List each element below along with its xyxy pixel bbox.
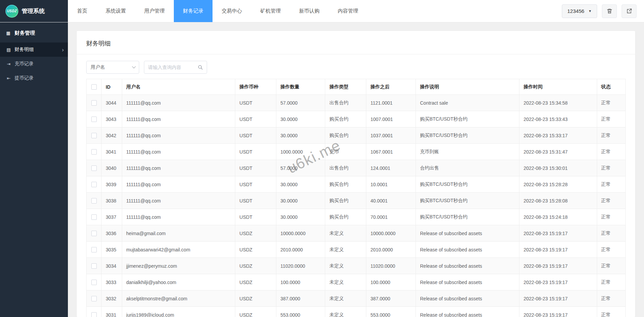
table-cell: USDT	[235, 95, 276, 111]
column-header-6: 操作说明	[416, 79, 519, 95]
table-cell: 3038	[102, 193, 122, 209]
row-checkbox[interactable]	[91, 280, 97, 285]
table-cell: 30.0000	[276, 127, 325, 144]
select-all-checkbox[interactable]	[91, 84, 97, 90]
row-checkbox-cell	[87, 127, 102, 144]
table-cell: Release of subscribed assets	[416, 258, 519, 274]
sidebar-item-0[interactable]: ▤财务明细›	[0, 42, 68, 57]
row-checkbox[interactable]	[91, 149, 97, 155]
topnav-items: 首页系统设置用户管理财务记录交易中心矿机管理新币认购内容管理	[68, 0, 367, 22]
row-checkbox-cell	[87, 274, 102, 290]
table-cell: 2022-08-23 15:33:43	[519, 111, 597, 127]
search-icon[interactable]	[198, 65, 203, 70]
table-cell: 30.0000	[276, 193, 325, 209]
table-cell: 100.0000	[276, 274, 325, 290]
table-cell: USDZ	[235, 290, 276, 307]
table-cell: 未定义	[325, 242, 366, 258]
row-checkbox[interactable]	[91, 100, 97, 106]
table-body: 3044111111@qq.comUSDT57.0000出售合约1121.000…	[87, 95, 626, 317]
table-cell: 正常	[597, 242, 625, 258]
row-checkbox[interactable]	[91, 263, 97, 269]
table-cell: 购买合约	[325, 193, 366, 209]
trash-button[interactable]	[602, 4, 617, 18]
table-cell: 3031	[102, 307, 122, 317]
table-row: 3036heima@gmail.comUSDZ10000.0000未定义1000…	[87, 225, 626, 242]
row-checkbox[interactable]	[91, 312, 97, 317]
row-checkbox[interactable]	[91, 182, 97, 187]
table-cell: 30.0000	[276, 176, 325, 193]
table-cell: 正常	[597, 225, 625, 242]
table-cell: 10.0001	[366, 176, 416, 193]
table-cell: 购买BTC/USDT秒合约	[416, 111, 519, 127]
table-cell: 购买BTC/USDT秒合约	[416, 127, 519, 144]
table-cell: 111111@qq.com	[122, 95, 235, 111]
table-cell: 出售合约	[325, 95, 366, 111]
row-checkbox[interactable]	[91, 296, 97, 301]
row-checkbox[interactable]	[91, 247, 97, 252]
table-cell: 111111@qq.com	[122, 111, 235, 127]
topnav-item-5[interactable]: 矿机管理	[251, 0, 290, 22]
column-header-1: 用户名	[122, 79, 235, 95]
table-header-row: ID用户名操作币种操作数量操作类型操作之后操作说明操作时间状态	[87, 79, 626, 95]
table-cell: USDZ	[235, 242, 276, 258]
table-cell: jurijs1989@icloud.com	[122, 307, 235, 317]
topnav-item-2[interactable]: 用户管理	[135, 0, 174, 22]
table-cell: 10000.0000	[366, 225, 416, 242]
table-row: 3039111111@qq.comUSDT30.0000购买合约10.0001购…	[87, 176, 626, 193]
row-checkbox[interactable]	[91, 165, 97, 171]
topnav-item-1[interactable]: 系统设置	[96, 0, 135, 22]
table-cell: USDT	[235, 127, 276, 144]
table-cell: 3040	[102, 160, 122, 176]
row-checkbox[interactable]	[91, 214, 97, 220]
table-cell: 1000.0000	[276, 144, 325, 160]
chevron-right-icon: ›	[62, 47, 64, 53]
row-checkbox[interactable]	[91, 231, 97, 236]
table-cell: 11020.0000	[276, 258, 325, 274]
table-cell: 3035	[102, 242, 122, 258]
column-header-0: ID	[102, 79, 122, 95]
usdz-logo-icon: USDZ	[5, 5, 18, 18]
header-actions: 123456 ▼	[562, 0, 644, 22]
table-row: 3035mujtabasarwari42@gmail.comUSDZ2010.0…	[87, 242, 626, 258]
search-input[interactable]	[148, 65, 195, 70]
table-cell: Release of subscribed assets	[416, 307, 519, 317]
row-checkbox-cell	[87, 209, 102, 225]
export-button[interactable]	[622, 4, 637, 18]
table-cell: 充币	[325, 144, 366, 160]
table-row: 3044111111@qq.comUSDT57.0000出售合约1121.000…	[87, 95, 626, 111]
topnav-item-7[interactable]: 内容管理	[329, 0, 367, 22]
row-checkbox[interactable]	[91, 133, 97, 138]
filter-field-select-value: 用户名	[91, 64, 105, 70]
sidebar-menu: ▤财务明细›⇥充币记录⇤提币记录	[0, 42, 68, 85]
row-checkbox-cell	[87, 242, 102, 258]
filter-row: 用户名	[77, 54, 635, 79]
row-checkbox-cell	[87, 225, 102, 242]
table-cell: 111111@qq.com	[122, 209, 235, 225]
table-cell: 3041	[102, 144, 122, 160]
table-cell: 1007.0001	[366, 111, 416, 127]
topnav-item-6[interactable]: 新币认购	[290, 0, 329, 22]
table-cell: 111111@qq.com	[122, 193, 235, 209]
topnav-item-3[interactable]: 财务记录	[174, 0, 213, 22]
table-cell: 3043	[102, 111, 122, 127]
topnav-item-4[interactable]: 交易中心	[213, 0, 251, 22]
search-box	[144, 61, 207, 74]
table-cell: 3044	[102, 95, 122, 111]
sidebar-item-1[interactable]: ⇥充币记录	[0, 57, 68, 71]
table-cell: Release of subscribed assets	[416, 290, 519, 307]
row-checkbox[interactable]	[91, 198, 97, 204]
withdraw-icon: ⇤	[6, 76, 12, 81]
row-checkbox[interactable]	[91, 117, 97, 122]
table-cell: 40.0001	[366, 193, 416, 209]
sidebar-section-finance: ▦ 财务管理	[0, 22, 68, 42]
finance-detail-card: 财务明细 用户名	[77, 31, 635, 317]
filter-field-select[interactable]: 用户名	[86, 61, 139, 74]
main-content: 财务明细 用户名	[68, 22, 644, 317]
sidebar-item-label: 充币记录	[15, 61, 34, 67]
export-icon	[626, 8, 632, 14]
caret-down-icon: ▼	[588, 10, 592, 13]
topnav-item-0[interactable]: 首页	[68, 0, 96, 22]
sidebar-item-2[interactable]: ⇤提币记录	[0, 71, 68, 85]
table-cell: USDZ	[235, 225, 276, 242]
user-dropdown[interactable]: 123456 ▼	[562, 4, 597, 18]
